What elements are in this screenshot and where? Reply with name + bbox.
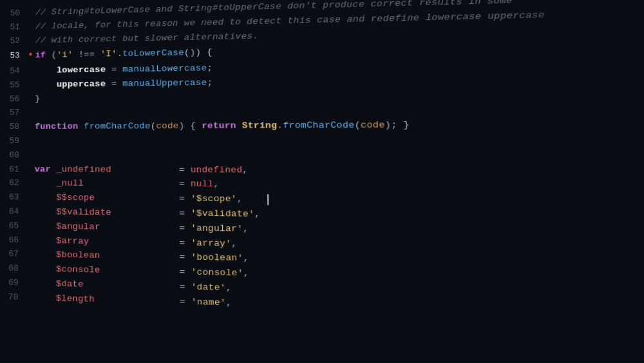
line-num-57: 57	[0, 106, 27, 120]
line-num-50: 50	[1, 6, 28, 20]
line-num-67: 67	[0, 248, 26, 262]
code-line-60: 60	[0, 148, 644, 164]
code-line-59: 59	[0, 132, 644, 148]
line-content-59	[32, 134, 41, 148]
line-content-55: uppercase = manualUppercase;	[32, 75, 213, 92]
line-num-58: 58	[0, 121, 27, 134]
line-num-54: 54	[1, 64, 28, 78]
line-num-56: 56	[1, 93, 28, 106]
line-content-56: }	[32, 92, 40, 106]
line-num-59: 59	[0, 135, 27, 148]
line-num-68: 68	[0, 262, 26, 276]
line-content-60	[32, 148, 41, 162]
line-num-70: 70	[0, 290, 26, 304]
line-num-65: 65	[0, 219, 26, 233]
line-content-58: function fromCharCode(code) { return Str…	[32, 118, 410, 134]
line-num-66: 66	[0, 233, 26, 248]
line-num-62: 62	[0, 177, 27, 190]
line-num-55: 55	[1, 79, 28, 92]
line-num-63: 63	[0, 191, 26, 204]
line-content-57	[32, 106, 40, 120]
line-num-69: 69	[0, 276, 26, 290]
line-num-53: 53	[1, 50, 28, 63]
line-content-61: var _undefined = undefined,	[32, 162, 249, 177]
line-num-61: 61	[0, 163, 27, 177]
line-content-63: $$scope = '$scope',	[32, 191, 269, 207]
line-content-62: _null = null,	[32, 177, 219, 192]
line-num-51: 51	[1, 21, 28, 34]
line-num-64: 64	[0, 205, 26, 219]
line-content-53: if ('i' !== 'I'.toLowerCase()) {	[33, 46, 213, 63]
code-content-wrapper: 50 // String#toLowerCase and String#toUp…	[0, 0, 644, 328]
line-num-60: 60	[0, 149, 27, 162]
code-editor: 50 // String#toLowerCase and String#toUp…	[0, 0, 644, 363]
line-num-52: 52	[1, 34, 28, 48]
